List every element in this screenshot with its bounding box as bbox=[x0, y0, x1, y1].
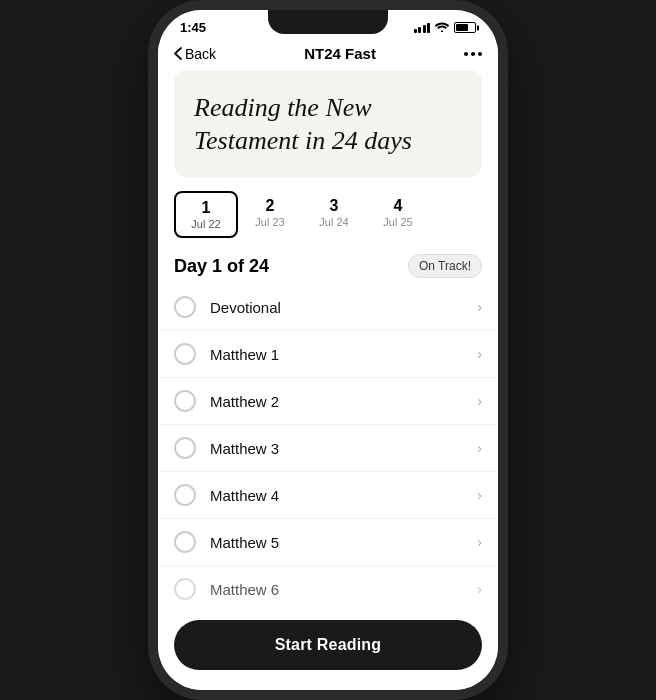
reading-item-matthew3[interactable]: Matthew 3 › bbox=[158, 425, 498, 472]
day-tab-num-2: 2 bbox=[266, 197, 275, 215]
reading-item-matthew1[interactable]: Matthew 1 › bbox=[158, 331, 498, 378]
status-time: 1:45 bbox=[180, 20, 206, 35]
check-matthew5[interactable] bbox=[174, 531, 196, 553]
back-button[interactable]: Back bbox=[174, 46, 216, 62]
signal-icon bbox=[414, 23, 431, 33]
hero-title: Reading the New Testament in 24 days bbox=[194, 92, 462, 157]
start-reading-button[interactable]: Start Reading bbox=[174, 620, 482, 670]
reading-item-matthew2[interactable]: Matthew 2 › bbox=[158, 378, 498, 425]
reading-name-matthew6: Matthew 6 bbox=[210, 581, 477, 598]
day-tabs: 1 Jul 22 2 Jul 23 3 Jul 24 4 Jul 25 bbox=[158, 177, 498, 244]
reading-name-matthew4: Matthew 4 bbox=[210, 487, 477, 504]
notch bbox=[268, 10, 388, 34]
day-tab-4[interactable]: 4 Jul 25 bbox=[366, 191, 430, 238]
reading-item-matthew5[interactable]: Matthew 5 › bbox=[158, 519, 498, 566]
day-tab-date-4: Jul 25 bbox=[383, 216, 412, 228]
day-tab-3[interactable]: 3 Jul 24 bbox=[302, 191, 366, 238]
reading-list: Devotional › Matthew 1 › Matthew 2 › Mat… bbox=[158, 284, 498, 610]
day-tab-date-2: Jul 23 bbox=[255, 216, 284, 228]
battery-icon bbox=[454, 22, 476, 33]
nav-bar: Back NT24 Fast bbox=[158, 39, 498, 70]
reading-name-matthew3: Matthew 3 bbox=[210, 440, 477, 457]
more-button[interactable] bbox=[464, 52, 482, 56]
chevron-matthew2-icon: › bbox=[477, 393, 482, 409]
day-tab-num-3: 3 bbox=[330, 197, 339, 215]
check-matthew6[interactable] bbox=[174, 578, 196, 600]
check-matthew4[interactable] bbox=[174, 484, 196, 506]
back-icon bbox=[174, 47, 182, 60]
on-track-badge: On Track! bbox=[408, 254, 482, 278]
reading-name-devotional: Devotional bbox=[210, 299, 477, 316]
day-tab-1[interactable]: 1 Jul 22 bbox=[174, 191, 238, 238]
check-matthew1[interactable] bbox=[174, 343, 196, 365]
day-tab-date-1: Jul 22 bbox=[191, 218, 220, 230]
chevron-matthew5-icon: › bbox=[477, 534, 482, 550]
day-tab-num-1: 1 bbox=[202, 199, 211, 217]
reading-name-matthew2: Matthew 2 bbox=[210, 393, 477, 410]
chevron-matthew1-icon: › bbox=[477, 346, 482, 362]
chevron-matthew6-icon: › bbox=[477, 581, 482, 597]
reading-item-matthew4[interactable]: Matthew 4 › bbox=[158, 472, 498, 519]
check-matthew2[interactable] bbox=[174, 390, 196, 412]
reading-name-matthew1: Matthew 1 bbox=[210, 346, 477, 363]
reading-item-matthew6[interactable]: Matthew 6 › bbox=[158, 566, 498, 610]
day-header: Day 1 of 24 On Track! bbox=[158, 244, 498, 284]
chevron-matthew3-icon: › bbox=[477, 440, 482, 456]
chevron-devotional-icon: › bbox=[477, 299, 482, 315]
check-devotional[interactable] bbox=[174, 296, 196, 318]
day-tab-date-3: Jul 24 bbox=[319, 216, 348, 228]
day-tab-num-4: 4 bbox=[394, 197, 403, 215]
wifi-icon bbox=[435, 22, 449, 34]
nav-title: NT24 Fast bbox=[304, 45, 376, 62]
check-matthew3[interactable] bbox=[174, 437, 196, 459]
phone-screen: 1:45 bbox=[158, 10, 498, 690]
reading-name-matthew5: Matthew 5 bbox=[210, 534, 477, 551]
back-label: Back bbox=[185, 46, 216, 62]
day-label: Day 1 of 24 bbox=[174, 256, 269, 277]
hero-section: Reading the New Testament in 24 days bbox=[174, 70, 482, 177]
status-icons bbox=[414, 22, 477, 34]
bottom-cta: Start Reading bbox=[158, 610, 498, 690]
day-tab-2[interactable]: 2 Jul 23 bbox=[238, 191, 302, 238]
chevron-matthew4-icon: › bbox=[477, 487, 482, 503]
phone-frame: 1:45 bbox=[158, 10, 498, 690]
reading-item-devotional[interactable]: Devotional › bbox=[158, 284, 498, 331]
